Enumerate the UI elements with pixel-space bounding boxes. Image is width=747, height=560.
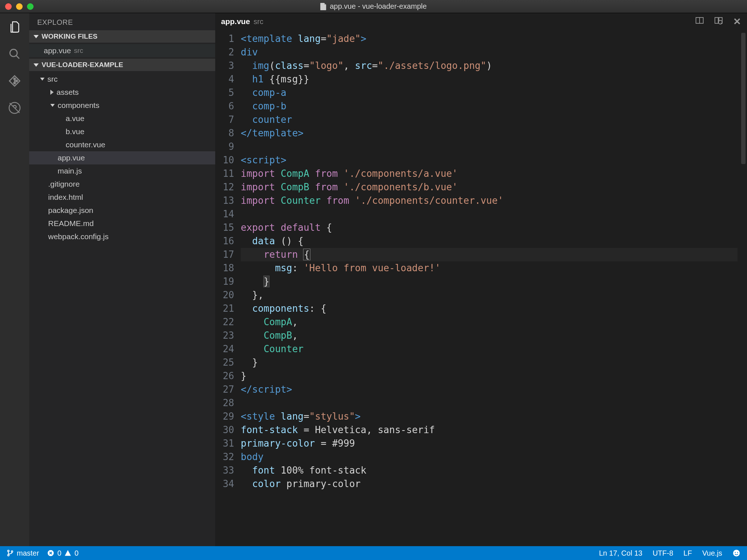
file-item[interactable]: b.vue [29,125,215,138]
project-tree: src assets components a.vue b.vue counte… [29,71,215,245]
file-label: app.vue [58,153,85,162]
working-file-hint: src [74,47,83,55]
working-file-item[interactable]: app.vue src [29,44,215,57]
working-file-name: app.vue [44,46,71,55]
working-files-label: WORKING FILES [42,32,97,40]
close-window-button[interactable] [5,3,12,10]
file-item[interactable]: a.vue [29,112,215,125]
search-icon[interactable] [7,47,22,61]
line-number-gutter: 1234567891011121314151617181920212223242… [215,30,241,546]
folder-src[interactable]: src [29,73,215,86]
maximize-window-button[interactable] [27,3,34,10]
working-files-list: app.vue src [29,43,215,59]
svg-point-23 [737,552,738,553]
editor-actions: ✕ [695,16,741,27]
working-files-header[interactable]: WORKING FILES [29,30,215,43]
traffic-lights [5,3,34,10]
file-label: webpack.config.js [48,232,109,241]
project-header[interactable]: VUE-LOADER-EXAMPLE [29,59,215,71]
folder-label: src [47,75,58,83]
file-label: b.vue [66,127,84,136]
file-item[interactable]: package.json [29,204,215,217]
activity-bar [0,13,29,546]
folder-label: components [58,101,99,110]
problems[interactable]: 0 0 [47,549,78,557]
warning-count: 0 [74,549,78,557]
compare-icon[interactable] [714,16,723,27]
chevron-down-icon [50,104,55,107]
git-branch[interactable]: master [7,549,39,557]
file-label: README.md [48,219,94,228]
svg-point-22 [735,552,736,553]
explorer-icon[interactable] [7,20,22,34]
minimize-window-button[interactable] [16,3,23,10]
git-icon[interactable] [7,74,22,88]
file-label: .gitignore [48,180,80,188]
split-editor-icon[interactable] [695,16,704,27]
code-content[interactable]: <template lang="jade">div img(class="log… [241,30,738,546]
titlebar: app.vue - vue-loader-example [0,0,747,13]
file-label: counter.vue [66,140,105,149]
close-icon[interactable]: ✕ [733,16,741,27]
scrollbar[interactable] [738,30,747,546]
svg-line-1 [16,55,19,59]
window-title-text: app.vue - vue-loader-example [330,2,427,11]
file-item[interactable]: index.html [29,191,215,204]
code-editor[interactable]: 1234567891011121314151617181920212223242… [215,30,747,546]
tab-active[interactable]: app.vue src [221,17,263,26]
file-item[interactable]: counter.vue [29,138,215,151]
cursor-position[interactable]: Ln 17, Col 13 [599,549,642,557]
document-icon [320,3,326,10]
status-bar: master 0 0 Ln 17, Col 13 UTF-8 LF Vue.js [0,546,747,560]
explorer-sidebar: EXPLORE WORKING FILES app.vue src VUE-LO… [29,13,215,546]
debug-icon[interactable] [7,101,22,115]
encoding[interactable]: UTF-8 [653,549,673,557]
file-label: package.json [48,206,93,215]
file-item[interactable]: .gitignore [29,178,215,191]
file-label: index.html [48,193,83,202]
eol[interactable]: LF [684,549,692,557]
svg-point-21 [733,550,740,556]
tab-bar: app.vue src ✕ [215,13,747,30]
folder-label: assets [57,88,79,97]
svg-point-16 [8,555,9,556]
file-label: a.vue [66,114,84,123]
svg-point-15 [8,550,9,552]
folder-assets[interactable]: assets [29,86,215,99]
folder-components[interactable]: components [29,99,215,112]
file-item-active[interactable]: app.vue [29,151,215,164]
chevron-down-icon [40,78,44,81]
sidebar-title: EXPLORE [29,13,215,30]
svg-point-0 [10,49,17,57]
chevron-down-icon [34,35,39,38]
window-title: app.vue - vue-loader-example [320,2,427,11]
file-label: main.js [58,167,82,175]
file-item[interactable]: main.js [29,164,215,178]
error-count: 0 [57,549,61,557]
tab-hint: src [253,18,263,26]
svg-point-17 [11,551,13,552]
project-header-label: VUE-LOADER-EXAMPLE [42,61,123,69]
chevron-down-icon [34,63,39,67]
tab-name: app.vue [221,17,250,26]
branch-name: master [17,549,39,557]
editor-area: app.vue src ✕ 12345678910111213141516171… [215,13,747,546]
svg-line-8 [10,103,20,113]
file-item[interactable]: webpack.config.js [29,230,215,243]
chevron-right-icon [50,90,54,95]
language-mode[interactable]: Vue.js [702,549,722,557]
svg-rect-11 [715,18,718,23]
file-item[interactable]: README.md [29,217,215,230]
feedback-icon[interactable] [732,549,740,557]
